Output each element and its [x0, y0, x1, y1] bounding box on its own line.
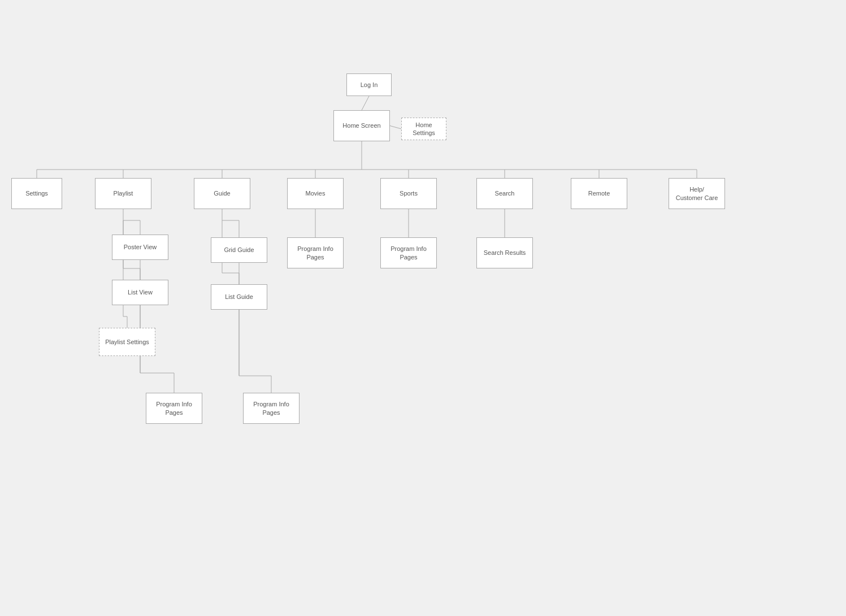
svg-line-1 — [390, 126, 401, 129]
node-settings: Settings — [11, 178, 62, 209]
connector-lines — [0, 0, 846, 616]
node-listGuide: List Guide — [211, 284, 267, 310]
node-playlistProgramInfo: Program Info Pages — [146, 393, 202, 424]
node-home: Home Screen — [333, 110, 390, 141]
node-movies: Movies — [287, 178, 344, 209]
node-moviesProgramInfo: Program Info Pages — [287, 237, 344, 268]
node-posterView: Poster View — [112, 235, 168, 260]
node-playlistSettings: Playlist Settings — [99, 328, 155, 356]
node-sportsProgramInfo: Program Info Pages — [380, 237, 437, 268]
node-guideProgramInfo: Program Info Pages — [243, 393, 300, 424]
node-sports: Sports — [380, 178, 437, 209]
node-search: Search — [476, 178, 533, 209]
node-helpCustomerCare: Help/Customer Care — [669, 178, 725, 209]
svg-line-0 — [362, 96, 369, 110]
node-homeSettings: Home Settings — [401, 118, 446, 140]
node-gridGuide: Grid Guide — [211, 237, 267, 263]
node-guide: Guide — [194, 178, 250, 209]
node-searchResults: Search Results — [476, 237, 533, 268]
node-playlist: Playlist — [95, 178, 151, 209]
node-login: Log In — [346, 73, 392, 96]
diagram: Log InHome ScreenHome SettingsSettingsPl… — [0, 0, 846, 616]
node-listView: List View — [112, 280, 168, 305]
node-remote: Remote — [571, 178, 627, 209]
